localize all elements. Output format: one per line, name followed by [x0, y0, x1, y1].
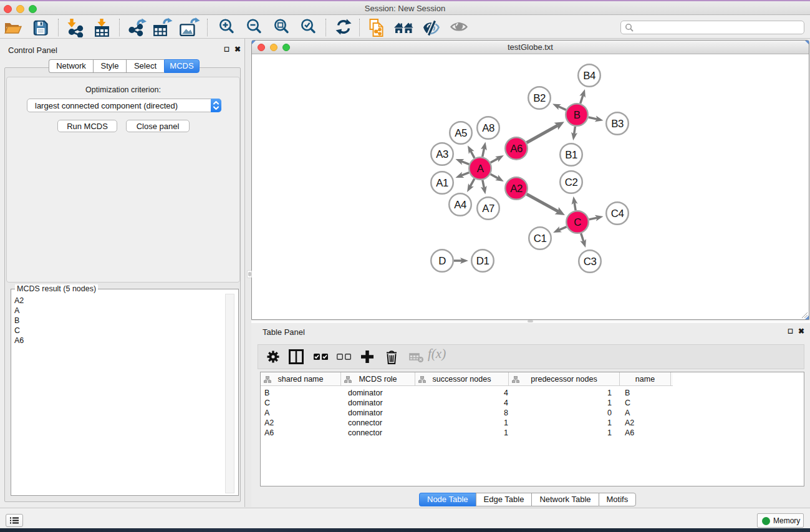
svg-text:D1: D1	[476, 255, 489, 267]
svg-text:C4: C4	[611, 208, 624, 220]
svg-text:A8: A8	[482, 122, 494, 134]
svg-text:C3: C3	[584, 256, 597, 268]
svg-text:C1: C1	[534, 233, 547, 244]
svg-text:B1: B1	[565, 149, 577, 161]
svg-text:A5: A5	[455, 127, 467, 139]
svg-text:A6: A6	[510, 143, 523, 155]
svg-text:A7: A7	[482, 203, 494, 215]
svg-text:C: C	[574, 216, 581, 228]
svg-text:C2: C2	[565, 177, 578, 188]
svg-text:B: B	[574, 109, 581, 121]
svg-text:A: A	[477, 163, 485, 175]
svg-text:B2: B2	[533, 92, 546, 104]
svg-text:A4: A4	[454, 199, 466, 211]
svg-text:A2: A2	[510, 183, 523, 195]
svg-text:D: D	[438, 255, 446, 267]
svg-text:B4: B4	[583, 70, 595, 82]
svg-text:A3: A3	[436, 148, 448, 160]
svg-text:A1: A1	[436, 177, 448, 189]
svg-text:B3: B3	[611, 118, 624, 130]
